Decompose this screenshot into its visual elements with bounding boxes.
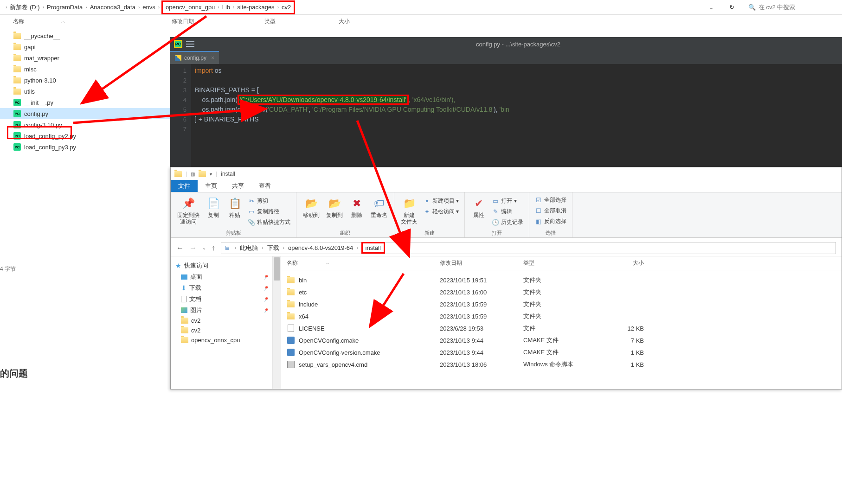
easy-access-button[interactable]: ✦轻松访问 ▾: [421, 207, 461, 217]
crumb-programdata[interactable]: ProgramData: [46, 0, 84, 14]
file-item[interactable]: python-3.10: [0, 75, 170, 86]
list-item[interactable]: bin2023/10/15 19:51文件夹: [287, 274, 842, 286]
hamburger-menu[interactable]: [186, 41, 194, 47]
tab-share[interactable]: 共享: [225, 180, 251, 192]
python-file-icon: [175, 55, 181, 61]
folder-icon: [13, 77, 21, 83]
ribbon-tabs: 文件 主页 共享 查看: [171, 180, 842, 192]
list-item[interactable]: etc2023/10/13 16:00文件夹: [287, 286, 842, 298]
rename-button[interactable]: 🏷重命名: [368, 194, 390, 220]
paste-button[interactable]: 📋粘贴: [225, 194, 245, 227]
nav-tree[interactable]: ★快速访问 桌面📍 ⬇下载📍 文档📍 图片📍 cv2 cv2 opencv_on…: [171, 256, 273, 389]
star-icon: ★: [175, 262, 181, 269]
tab-close-button[interactable]: ×: [211, 55, 214, 61]
address-bar[interactable]: › 新加卷 (D:) › ProgramData › Anaconda3_dat…: [0, 0, 842, 15]
folder-icon: [13, 33, 21, 39]
tab-file[interactable]: 文件: [171, 180, 198, 192]
crumb-anaconda[interactable]: Anaconda3_data: [89, 0, 136, 14]
tab-config-py[interactable]: config.py ×: [170, 51, 219, 64]
pc-icon: 🖥: [224, 244, 230, 251]
cut-button[interactable]: ✂剪切: [246, 196, 292, 206]
file-icon: [288, 325, 294, 332]
status-bytes: 4 字节: [0, 265, 16, 273]
file-item[interactable]: misc: [0, 64, 170, 75]
edit-button[interactable]: ✎编辑: [490, 207, 525, 217]
copy-button[interactable]: 📄复制: [203, 194, 224, 227]
nav-bar: ← → ⌄ ↑ 🖥 › 此电脑 › 下载 › opencv-4.8.0-vs20…: [171, 240, 842, 256]
open-button[interactable]: ▭打开 ▾: [490, 196, 525, 206]
list-item[interactable]: OpenCVConfig-version.cmake2023/10/13 9:4…: [287, 346, 842, 358]
crumb-envs[interactable]: envs: [141, 0, 156, 14]
sort-arrow-icon: ︿: [61, 19, 65, 25]
delete-button[interactable]: ✖删除: [347, 194, 367, 220]
list-item[interactable]: OpenCVConfig.cmake2023/10/13 9:44CMAKE 文…: [287, 334, 842, 346]
pin-button[interactable]: 📌固定到快 速访问: [174, 194, 202, 227]
qat-dd[interactable]: ▾: [210, 172, 212, 177]
file-item[interactable]: PCconfig.py: [0, 108, 170, 119]
tree-downloads[interactable]: ⬇下载📍: [173, 282, 270, 293]
ribbon: 📌固定到快 速访问 📄复制 📋粘贴 ✂剪切 ▭复制路径 📎粘贴快捷方式 剪贴板 …: [171, 192, 842, 238]
new-item-button[interactable]: ✦新建项目 ▾: [421, 196, 461, 206]
code-editor-window: PC config.py - ...\site-packages\cv2 con…: [170, 37, 842, 167]
file-item[interactable]: gapi: [0, 41, 170, 52]
path-dropdown[interactable]: ⌄: [705, 2, 718, 13]
highlighted-path: opencv_onnx_gpu › Lib › site-packages › …: [161, 0, 295, 14]
tree-quick-access[interactable]: ★快速访问: [173, 260, 270, 271]
up-button[interactable]: ↑: [212, 244, 215, 252]
column-header-name[interactable]: 名称 ︿: [0, 15, 170, 28]
invert-selection-button[interactable]: ◧反向选择: [533, 217, 568, 226]
cmake-file-icon: [287, 337, 295, 344]
move-to-button[interactable]: 📂移动到: [300, 194, 322, 220]
file-item[interactable]: utils: [0, 86, 170, 97]
scrollbar[interactable]: [273, 256, 281, 389]
crumb-drive[interactable]: 新加卷 (D:): [9, 0, 40, 14]
paste-shortcut-button[interactable]: 📎粘贴快捷方式: [246, 217, 292, 227]
folder-icon: [287, 277, 295, 283]
qat-down[interactable]: ▥: [191, 172, 195, 177]
search-input[interactable]: 🔍 在 cv2 中搜索: [746, 2, 838, 13]
file-item[interactable]: mat_wrapper: [0, 52, 170, 64]
pin-icon: 📍: [262, 273, 270, 281]
tree-documents[interactable]: 文档📍: [173, 293, 270, 305]
file-item[interactable]: PC__init__.py: [0, 97, 170, 108]
folder-icon: [181, 327, 188, 333]
editor-tabs: config.py ×: [170, 51, 842, 64]
list-item[interactable]: x642023/10/13 15:59文件夹: [287, 310, 842, 322]
history-button[interactable]: 🕓历史记录: [490, 217, 525, 227]
list-headers[interactable]: 名称︿ 修改日期 类型 大小: [273, 256, 842, 270]
tree-cv2-a[interactable]: cv2: [173, 316, 270, 325]
folder-icon: [13, 66, 21, 72]
copy-path-button[interactable]: ▭复制路径: [246, 207, 292, 217]
install-highlight: install: [361, 242, 385, 254]
list-item[interactable]: LICENSE2023/6/28 19:53文件12 KB: [287, 322, 842, 334]
forward-button[interactable]: →: [189, 244, 197, 252]
folder-icon: [287, 289, 295, 295]
tree-cv2-b[interactable]: cv2: [173, 325, 270, 335]
editor-titlebar[interactable]: PC config.py - ...\site-packages\cv2: [170, 37, 842, 51]
tree-desktop[interactable]: 桌面📍: [173, 271, 270, 282]
folder-icon: [181, 337, 188, 343]
refresh-button[interactable]: ↻: [725, 2, 738, 13]
scrollbar-thumb[interactable]: [274, 257, 280, 281]
file-item[interactable]: __pycache__: [0, 30, 170, 41]
file-item[interactable]: PCload_config_py3.py: [0, 141, 170, 153]
recent-dropdown[interactable]: ⌄: [202, 245, 206, 250]
line-gutter: 123 456 7: [170, 64, 191, 167]
picture-icon: [181, 307, 187, 313]
tree-pictures[interactable]: 图片📍: [173, 305, 270, 316]
list-item[interactable]: setup_vars_opencv4.cmd2023/10/13 18:06Wi…: [287, 358, 842, 370]
install-path-string: 'C:/Users/AYU/Downloads/opencv-4.8.0-vs2…: [238, 95, 409, 105]
address-bar-2[interactable]: 🖥 › 此电脑 › 下载 › opencv-4.8.0-vs2019-64 › …: [221, 242, 836, 254]
desktop-icon: [181, 274, 187, 280]
tree-onnx-cpu[interactable]: opencv_onnx_cpu: [173, 335, 270, 345]
select-none-button[interactable]: ☐全部取消: [533, 206, 568, 216]
back-button[interactable]: ←: [176, 244, 184, 252]
list-item[interactable]: include2023/10/13 15:59文件夹: [287, 298, 842, 310]
code-area[interactable]: import os BINARIES_PATHS = [ os.path.joi…: [191, 64, 842, 167]
tab-home[interactable]: 主页: [198, 180, 225, 192]
tab-view[interactable]: 查看: [251, 180, 278, 192]
new-folder-button[interactable]: 📁新建 文件夹: [398, 194, 420, 227]
select-all-button[interactable]: ☑全部选择: [533, 195, 568, 205]
copy-to-button[interactable]: 📂复制到: [323, 194, 346, 220]
properties-button[interactable]: ✔属性: [469, 194, 489, 227]
